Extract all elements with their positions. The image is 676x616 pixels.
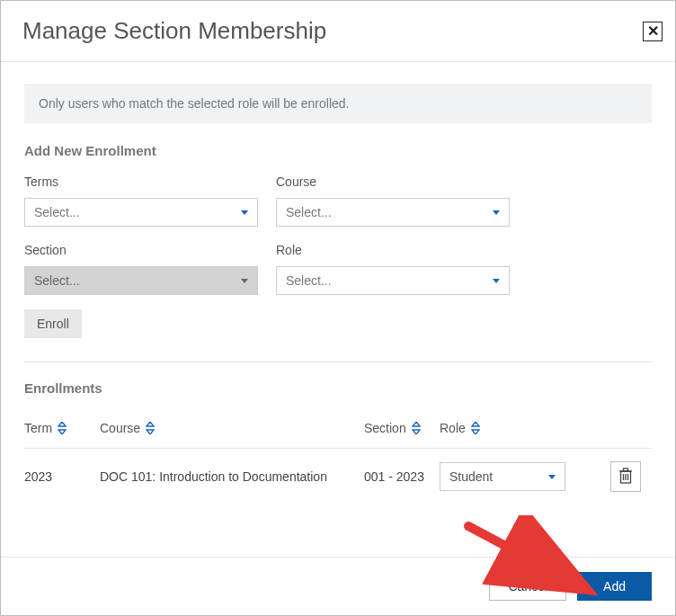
dialog-title: Manage Section Membership: [22, 17, 326, 45]
enroll-button[interactable]: Enroll: [24, 309, 82, 338]
role-select[interactable]: Select...: [276, 266, 510, 295]
col-role[interactable]: Role: [440, 421, 583, 435]
col-course-label: Course: [100, 421, 140, 435]
cell-course: DOC 101: Introduction to Documentation: [100, 469, 360, 484]
course-label: Course: [276, 174, 510, 189]
chevron-down-icon: [241, 279, 248, 283]
enrollments-table: Term Course Section: [24, 421, 652, 504]
row-role-value: Student: [449, 469, 493, 484]
dialog-body: Only users who match the selected role w…: [1, 62, 675, 557]
section-group: Section Select...: [24, 243, 258, 295]
table-row: 2023 DOC 101: Introduction to Documentat…: [24, 449, 652, 504]
section-select: Select...: [24, 266, 258, 295]
trash-icon: [618, 468, 633, 487]
role-label: Role: [276, 243, 510, 257]
row-role-select[interactable]: Student: [440, 462, 565, 491]
terms-select[interactable]: Select...: [24, 198, 258, 227]
add-new-enrollment-heading: Add New Enrollment: [24, 143, 652, 158]
col-term[interactable]: Term: [24, 421, 96, 435]
cell-term: 2023: [24, 469, 96, 484]
col-course[interactable]: Course: [100, 421, 360, 435]
role-select-value: Select...: [286, 273, 332, 288]
course-select-value: Select...: [286, 205, 332, 219]
col-term-label: Term: [24, 421, 52, 435]
terms-select-value: Select...: [34, 205, 80, 219]
col-section-label: Section: [364, 421, 406, 435]
cell-role: Student: [440, 462, 583, 491]
sort-icon: [412, 422, 421, 434]
terms-label: Terms: [24, 174, 258, 189]
col-section[interactable]: Section: [364, 421, 436, 435]
sort-icon: [471, 422, 480, 434]
cell-section: 001 - 2023: [364, 469, 436, 484]
cell-actions: [587, 461, 641, 492]
enrollments-heading: Enrollments: [24, 380, 652, 396]
sort-icon: [58, 422, 67, 434]
dialog-footer: Cancel Add: [1, 557, 675, 615]
chevron-down-icon: [493, 279, 500, 283]
form-row-1: Terms Select... Course Select...: [24, 174, 652, 227]
add-button[interactable]: Add: [577, 572, 652, 601]
col-role-label: Role: [440, 421, 466, 435]
delete-row-button[interactable]: [610, 461, 641, 492]
table-header: Term Course Section: [24, 421, 652, 449]
manage-section-membership-dialog: Manage Section Membership ✕ Only users w…: [0, 0, 676, 616]
chevron-down-icon: [548, 475, 556, 479]
terms-group: Terms Select...: [24, 174, 258, 227]
course-group: Course Select...: [276, 174, 510, 227]
close-button[interactable]: ✕: [643, 22, 663, 41]
form-row-2: Section Select... Role Select...: [24, 243, 652, 295]
dialog-header: Manage Section Membership ✕: [1, 1, 675, 62]
course-select[interactable]: Select...: [276, 198, 510, 227]
sort-icon: [146, 422, 155, 434]
info-banner: Only users who match the selected role w…: [24, 84, 652, 123]
close-icon: ✕: [647, 24, 659, 39]
chevron-down-icon: [493, 210, 500, 215]
role-group: Role Select...: [276, 243, 510, 295]
divider: [24, 362, 652, 362]
cancel-button[interactable]: Cancel: [489, 572, 566, 601]
section-select-value: Select...: [34, 273, 80, 288]
svg-rect-2: [624, 469, 628, 471]
section-label: Section: [24, 243, 258, 257]
chevron-down-icon: [241, 210, 248, 215]
